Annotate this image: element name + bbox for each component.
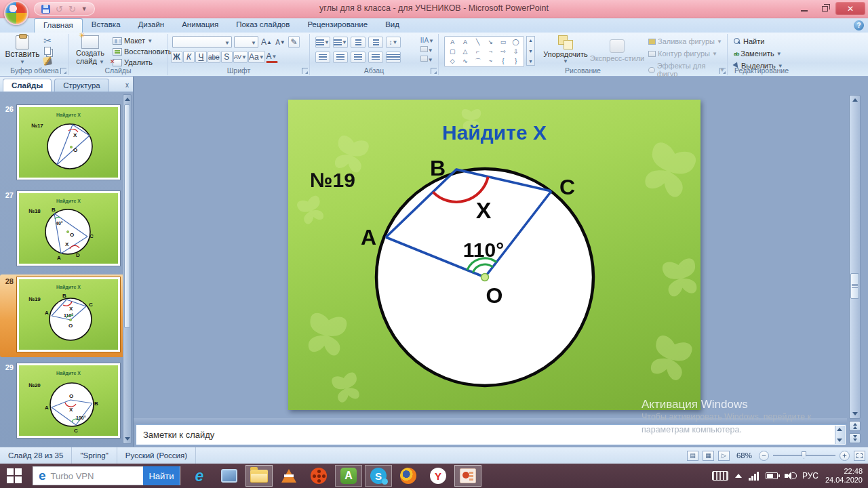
zoom-slider-handle[interactable]: [802, 451, 806, 459]
shape-icon[interactable]: {: [497, 56, 510, 66]
slideshow-button[interactable]: ▷: [718, 451, 730, 461]
numbering-button[interactable]: ▼: [333, 37, 348, 48]
character-spacing-button[interactable]: AV▼: [233, 51, 248, 63]
tab-insert[interactable]: Вставка: [83, 18, 130, 33]
shape-icon[interactable]: ⌐: [471, 47, 484, 56]
tab-outline[interactable]: Структура: [54, 79, 109, 92]
bold-button[interactable]: Ж: [171, 51, 182, 63]
vertical-scrollbar[interactable]: [849, 95, 861, 419]
normal-view-button[interactable]: ▤: [687, 451, 698, 461]
shape-icon[interactable]: ◇: [446, 56, 459, 66]
shape-icon[interactable]: △: [459, 47, 472, 56]
italic-button[interactable]: К: [183, 51, 195, 63]
quick-styles-button[interactable]: Экспресс-стили: [589, 35, 645, 66]
replace-button[interactable]: abЗаменить ▼: [732, 49, 785, 58]
shrink-font-button[interactable]: А▼: [275, 36, 286, 48]
shape-icon[interactable]: ¬: [484, 47, 497, 56]
tray-language[interactable]: РУС: [802, 471, 818, 481]
bullets-button[interactable]: ▼: [315, 37, 330, 48]
tab-home[interactable]: Главная: [34, 18, 83, 33]
align-center-button[interactable]: [333, 52, 348, 63]
delete-slide-button[interactable]: Удалить: [111, 58, 174, 67]
tray-expand-icon[interactable]: [735, 474, 742, 478]
font-name-combo[interactable]: ▼: [172, 36, 232, 48]
clear-formatting-button[interactable]: ✎: [288, 36, 300, 48]
taskbar-powerpoint[interactable]: [454, 465, 481, 487]
start-button[interactable]: [7, 468, 22, 483]
taskbar-skype[interactable]: S: [365, 465, 392, 487]
tab-slideshow[interactable]: Показ слайдов: [227, 18, 298, 33]
zoom-slider[interactable]: [773, 455, 835, 456]
speaker-icon[interactable]: [785, 471, 795, 481]
shape-icon[interactable]: ╲: [471, 37, 484, 47]
shape-fill-button[interactable]: Заливка фигуры ▼: [646, 37, 727, 46]
fit-to-window-button[interactable]: [854, 451, 865, 461]
font-color-button[interactable]: А▼: [266, 51, 278, 63]
language-indicator[interactable]: Русский (Россия): [117, 447, 196, 464]
slide-sorter-button[interactable]: ▦: [703, 451, 714, 461]
help-icon[interactable]: ?: [854, 20, 864, 30]
shape-icon[interactable]: A: [446, 37, 459, 47]
scroll-down-icon[interactable]: [852, 412, 858, 415]
shape-icon[interactable]: ⌒: [471, 56, 484, 66]
network-icon[interactable]: [749, 472, 759, 481]
align-text-button[interactable]: ▼: [420, 46, 434, 54]
slide-canvas[interactable]: Найдите Х №19 B C A O X 110°: [288, 100, 701, 410]
taskbar-vlc[interactable]: [275, 465, 302, 487]
scroll-down-icon[interactable]: [125, 437, 130, 441]
zoom-out-button[interactable]: −: [759, 451, 769, 461]
convert-smartart-button[interactable]: ▼: [420, 56, 434, 63]
clock[interactable]: 22:48 24.04.2020: [825, 467, 863, 485]
notes-placeholder[interactable]: Заметки к слайду: [143, 430, 214, 440]
columns-button[interactable]: [386, 52, 401, 63]
shape-icon[interactable]: ◯: [509, 37, 522, 47]
notes-splitter[interactable]: [134, 418, 847, 424]
panel-close-icon[interactable]: x: [125, 81, 129, 89]
panel-scrollbar[interactable]: [123, 94, 132, 444]
shape-icon[interactable]: ⇩: [509, 47, 522, 56]
decrease-indent-button[interactable]: [351, 37, 366, 48]
restore-button[interactable]: [815, 2, 834, 15]
shape-icon[interactable]: ▭: [497, 37, 510, 47]
underline-button[interactable]: Ч: [195, 51, 207, 63]
shape-icon[interactable]: ▢: [446, 47, 459, 56]
minimize-button[interactable]: [795, 2, 814, 15]
layout-button[interactable]: Макет ▼: [111, 36, 174, 45]
slide-thumbnail-27[interactable]: 27 Найдите Х №18 40° X O B C A D: [0, 188, 126, 271]
paste-button[interactable]: Вставить ▼: [7, 35, 38, 65]
taskbar-yandex[interactable]: Y: [425, 465, 452, 487]
zoom-level[interactable]: 68%: [736, 451, 752, 460]
shapes-scrollbar[interactable]: ▲▼▼: [526, 36, 535, 66]
format-painter-icon[interactable]: [43, 56, 52, 66]
shape-icon[interactable]: A: [459, 37, 472, 47]
shape-icon[interactable]: ⇨: [497, 47, 510, 56]
shape-icon[interactable]: ~: [484, 56, 497, 66]
justify-button[interactable]: [368, 52, 383, 63]
slide-thumbnail-29[interactable]: 29 Найдите Х №20 O X 100° B A C: [0, 361, 126, 443]
line-spacing-button[interactable]: ↕▼: [386, 37, 401, 48]
reset-slide-button[interactable]: Восстановить: [111, 47, 174, 56]
scroll-up-icon[interactable]: [852, 98, 858, 102]
increase-indent-button[interactable]: [368, 37, 383, 48]
zoom-in-button[interactable]: +: [840, 451, 850, 461]
grow-font-button[interactable]: А▲: [260, 36, 273, 48]
search-button[interactable]: Найти: [143, 466, 180, 485]
slide-thumbnail-26[interactable]: 26 Найдите Х №17 X O: [0, 102, 126, 185]
shape-icon[interactable]: }: [509, 56, 522, 66]
cut-icon[interactable]: ✂: [43, 37, 52, 45]
paragraph-dialog-launcher-icon[interactable]: [431, 68, 437, 74]
shape-icon[interactable]: ∿: [459, 56, 472, 66]
align-right-button[interactable]: [351, 52, 366, 63]
shape-icon[interactable]: ↘: [484, 37, 497, 47]
font-size-combo[interactable]: ▼: [234, 36, 258, 48]
next-slide-button[interactable]: [849, 433, 861, 443]
shadow-button[interactable]: S: [221, 51, 233, 63]
copy-icon[interactable]: [44, 47, 51, 55]
clipboard-dialog-launcher-icon[interactable]: [60, 68, 66, 74]
taskbar-firefox[interactable]: [395, 465, 422, 487]
battery-icon[interactable]: [766, 472, 778, 479]
close-button[interactable]: ✕: [835, 2, 865, 15]
scroll-up-icon[interactable]: [125, 98, 130, 101]
tab-view[interactable]: Вид: [376, 18, 408, 33]
taskbar-aimp[interactable]: A: [335, 465, 362, 487]
